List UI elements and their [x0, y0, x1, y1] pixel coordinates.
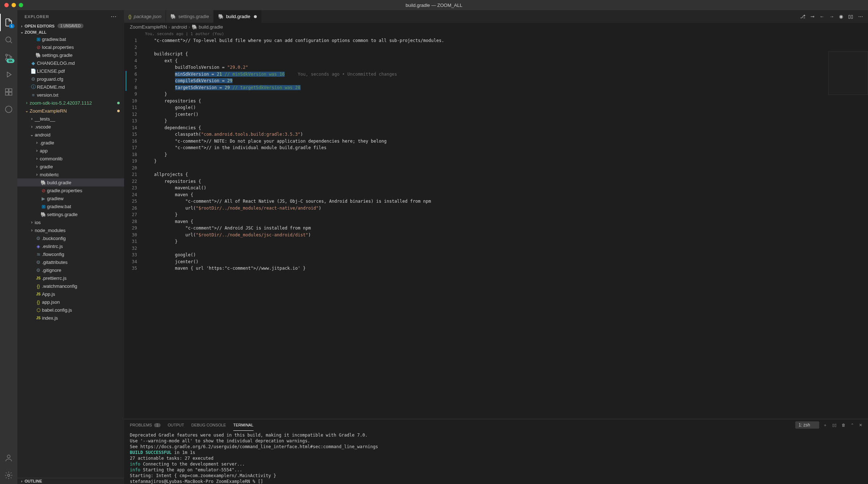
editor-tab[interactable]: {}package.json [124, 10, 166, 23]
tree-item[interactable]: ›node_modules [17, 226, 124, 234]
panel-tab-output[interactable]: OUTPUT [168, 419, 184, 431]
tree-item[interactable]: ⚙.gitignore [17, 266, 124, 274]
timeline-icon[interactable]: ◉ [839, 14, 843, 19]
tree-item-label: ZoomExampleRN [30, 108, 67, 114]
window-maximize[interactable] [19, 3, 23, 7]
tree-item[interactable]: 🐘settings.gradle [17, 210, 124, 218]
remote-activity[interactable] [0, 101, 17, 118]
editor-more-icon[interactable]: ⋯ [858, 14, 863, 19]
tree-item[interactable]: ⊞gradlew.bat [17, 202, 124, 210]
tree-item[interactable]: ⬡babel.config.js [17, 306, 124, 314]
breadcrumb-item[interactable]: ZoomExampleRN [130, 24, 167, 30]
extensions-activity[interactable] [0, 83, 17, 101]
tree-item[interactable]: ›commonlib [17, 155, 124, 163]
tree-item[interactable]: {}app.json [17, 298, 124, 306]
tree-item[interactable]: ›app [17, 147, 124, 155]
tree-item[interactable]: 🐘settings.gradle [17, 51, 124, 59]
tree-item[interactable]: JSApp.js [17, 290, 124, 298]
tree-item[interactable]: ⚙.gitattributes [17, 258, 124, 266]
tree-item[interactable]: ⓘREADME.md [17, 83, 124, 91]
tree-item[interactable]: ›mobilertc [17, 171, 124, 178]
git-compare-icon[interactable]: ⎇ [800, 14, 805, 19]
git-commit-icon[interactable]: ⊸ [810, 14, 814, 19]
sidebar-more[interactable]: ⋯ [111, 13, 117, 20]
tree-item[interactable]: ›zoom-sdk-ios-5.2.42037.1112 [17, 99, 124, 107]
panel-tab-problems[interactable]: PROBLEMS1 [130, 419, 161, 431]
tree-item[interactable]: ⌄ZoomExampleRN [17, 107, 124, 115]
editor-tab[interactable]: 🐘settings.gradle [166, 10, 214, 23]
tree-item[interactable]: ⚙.buckconfig [17, 234, 124, 242]
unsaved-badge: 1 UNSAVED [58, 24, 84, 28]
tree-item[interactable]: ⊘gradle.properties [17, 186, 124, 194]
new-terminal-icon[interactable]: ＋ [823, 422, 827, 428]
tree-item-label: .buckconfig [42, 236, 66, 241]
tree-item-label: .gitignore [42, 268, 61, 273]
tree-item[interactable]: 📄LICENSE.pdf [17, 67, 124, 75]
editor-body[interactable]: 1234567891011121314151617181920212223242… [124, 31, 868, 419]
tree-item[interactable]: ›ios [17, 218, 124, 226]
tree-item[interactable]: ›gradle [17, 163, 124, 171]
code-content[interactable]: You, seconds ago | 1 author (You) "c-com… [144, 31, 868, 419]
tree-item-label: commonlib [40, 156, 63, 161]
tree-item[interactable]: JSindex.js [17, 314, 124, 322]
tree-item[interactable]: ›.gradle [17, 139, 124, 147]
split-editor-icon[interactable]: ▯▯ [848, 14, 853, 19]
breadcrumb-item[interactable]: android [171, 24, 187, 30]
tree-item[interactable]: ⊞gradlew.bat [17, 35, 124, 43]
editor-tab[interactable]: 🐘build.gradle [214, 10, 261, 23]
blame-annotation: You, seconds ago | 1 author (You) [144, 31, 868, 37]
settings-activity[interactable] [0, 467, 17, 484]
window-close[interactable] [4, 3, 9, 7]
search-activity[interactable] [0, 31, 17, 49]
nav-fwd-icon[interactable]: → [829, 14, 834, 19]
open-editors-section[interactable]: › OPEN EDITORS 1 UNSAVED [17, 23, 124, 29]
tree-item[interactable]: ⊘local.properties [17, 43, 124, 51]
terminal-output[interactable]: Deprecated Gradle features were used in … [124, 431, 868, 484]
tree-item[interactable]: ≋.flowconfig [17, 250, 124, 258]
file-icon: ⬡ [35, 307, 42, 313]
split-terminal-icon[interactable]: ▯▯ [832, 423, 837, 428]
tree-item[interactable]: ⌄android [17, 131, 124, 139]
breadcrumb-item[interactable]: 🐘 build.gradle [192, 24, 223, 30]
editor-area: {}package.json🐘settings.gradle🐘build.gra… [124, 10, 868, 484]
tree-item[interactable]: ›__tests__ [17, 115, 124, 123]
debug-activity[interactable] [0, 66, 17, 83]
panel-tab-debug-console[interactable]: DEBUG CONSOLE [191, 419, 226, 431]
tree-item-label: .vscode [35, 124, 51, 130]
sidebar-title: EXPLORER [25, 14, 49, 19]
tree-item[interactable]: ▶gradlew [17, 194, 124, 202]
tree-item[interactable]: {}.watchmanconfig [17, 282, 124, 290]
window-minimize[interactable] [12, 3, 16, 7]
tab-label: package.json [134, 14, 162, 19]
activity-bar: 1 5K [0, 10, 17, 484]
tree-item[interactable]: ◈.eslintrc.js [17, 242, 124, 250]
tree-item[interactable]: 🐘build.gradle [17, 178, 124, 186]
minimap[interactable] [828, 51, 868, 95]
panel-tab-terminal[interactable]: TERMINAL [233, 419, 254, 431]
account-activity[interactable] [0, 449, 17, 467]
tree-item[interactable]: JS.prettierrc.js [17, 274, 124, 282]
svg-point-1 [6, 54, 8, 56]
outline-section[interactable]: › OUTLINE [17, 478, 124, 484]
maximize-panel-icon[interactable]: ⌃ [851, 423, 854, 428]
tree-item-label: CHANGELOG.md [37, 60, 75, 66]
nav-back-icon[interactable]: ← [820, 14, 824, 19]
tree-item[interactable]: ⚙proguard.cfg [17, 75, 124, 83]
scm-activity[interactable]: 5K [0, 49, 17, 66]
tree-item[interactable]: ›.vscode [17, 123, 124, 131]
breadcrumb[interactable]: ZoomExampleRN›android›🐘 build.gradle [124, 23, 868, 31]
workspace-section[interactable]: ⌄ ZOOM_ALL [17, 29, 124, 35]
terminal-selector[interactable]: 1: zsh [795, 421, 819, 429]
kill-terminal-icon[interactable]: 🗑 [842, 423, 846, 427]
tree-item-label: gradlew [47, 196, 64, 201]
explorer-activity[interactable]: 1 [0, 14, 17, 31]
file-icon: ⊞ [40, 204, 47, 209]
tree-item-label: .flowconfig [42, 252, 64, 257]
tree-item-label: .gradle [40, 140, 54, 146]
window-title: build.gradle — ZOOM_ALL [406, 3, 463, 8]
tree-item-label: mobilertc [40, 172, 59, 177]
dirty-indicator [254, 15, 257, 18]
tree-item[interactable]: ◆CHANGELOG.md [17, 59, 124, 67]
tree-item[interactable]: ≡version.txt [17, 91, 124, 99]
close-panel-icon[interactable]: ✕ [859, 423, 862, 428]
